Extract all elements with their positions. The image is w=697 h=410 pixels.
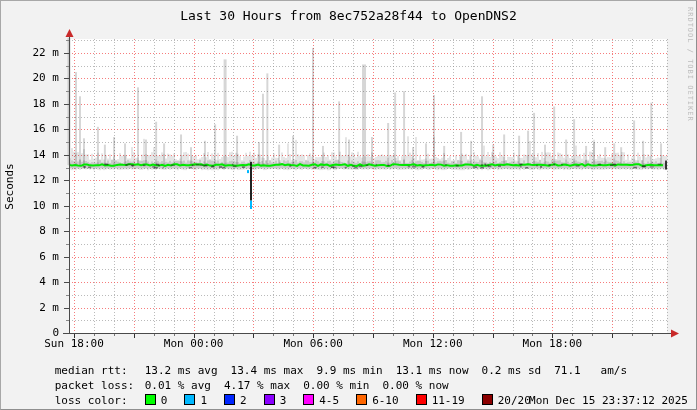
y-tick-label: 20 m [1, 72, 59, 84]
median-rtt-row: median rtt:13.2 ms avg13.4 ms max9.9 ms … [15, 348, 688, 363]
y-tick-label: 18 m [1, 98, 59, 110]
y-tick-label: 14 m [1, 149, 59, 161]
rrdtool-watermark: RRDTOOL / TOBI OETIKER [686, 7, 694, 122]
y-tick-label: 16 m [1, 123, 59, 135]
packet-loss-row: packet loss:0.01 % avg4.17 % max0.00 % m… [15, 363, 688, 378]
y-tick-label: 12 m [1, 174, 59, 186]
y-tick-label: 4 m [1, 276, 59, 288]
probe-row: probe:20 ICMP Echo Pings (56 Bytes) ever… [15, 393, 688, 408]
chart-title: Last 30 Hours from 8ec752a28f44 to OpenD… [1, 8, 696, 23]
graph-timestamp: Mon Dec 15 23:37:12 2025 [529, 393, 688, 408]
y-tick-label: 10 m [1, 200, 59, 212]
y-tick-label: 6 m [1, 251, 59, 263]
y-tick-label: 22 m [1, 47, 59, 59]
smokeping-latency-graph: Last 30 Hours from 8ec752a28f44 to OpenD… [0, 0, 697, 410]
loss-color-row: loss color:01234-56-1011-1920/20 [15, 378, 688, 393]
y-tick-label: 8 m [1, 225, 59, 237]
y-tick-label: 2 m [1, 302, 59, 314]
graph-legend: median rtt:13.2 ms avg13.4 ms max9.9 ms … [15, 348, 688, 408]
